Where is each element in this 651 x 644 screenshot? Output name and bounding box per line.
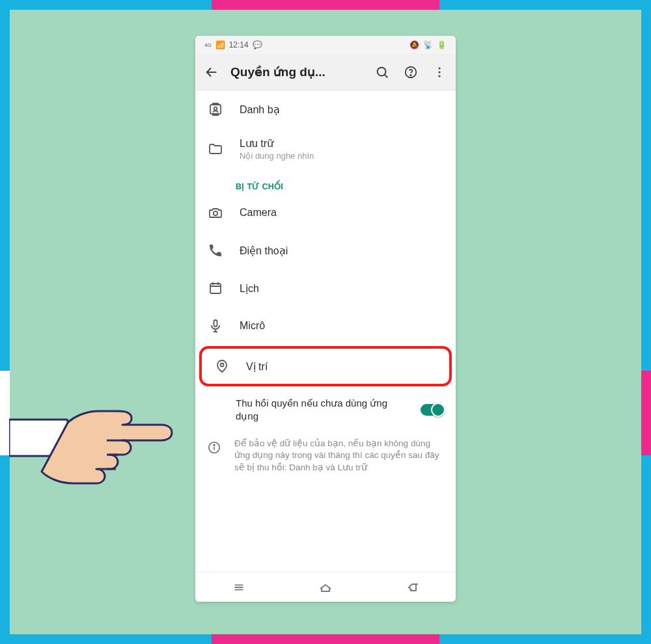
phone-icon [207,242,224,259]
clock: 12:14 [229,40,249,49]
auto-revoke-toggle-row[interactable]: Thu hồi quyền nếu chưa dùng ứng dụng [195,388,456,433]
perm-row-microphone[interactable]: Micrô [195,307,456,345]
battery-icon: 🔋 [437,40,447,49]
denied-header: BỊ TỪ CHỐI [195,170,456,194]
permissions-list[interactable]: Danh bạ Lưu trữ Nội dung nghe nhìn BỊ TỪ… [195,90,456,572]
svg-point-8 [214,211,217,215]
svg-rect-10 [214,320,217,327]
perm-row-camera[interactable]: Camera [195,194,456,232]
messenger-icon: 💬 [253,40,262,49]
svg-point-0 [378,67,386,75]
perm-row-contacts[interactable]: Danh bạ [195,90,456,128]
toggle-switch[interactable] [421,404,444,416]
perm-label: Lịch [240,282,444,295]
frame-accent [0,371,10,455]
network-label: 4G [204,42,212,48]
frame-border [641,0,651,644]
svg-point-5 [438,75,440,77]
perm-label: Vị trí [246,360,437,373]
frame-accent [212,0,439,10]
svg-point-13 [214,444,215,446]
page-title: Quyền ứng dụ... [230,64,363,79]
recents-button[interactable] [229,577,249,598]
perm-label: Lưu trữ [240,137,444,150]
search-button[interactable] [372,62,392,82]
svg-point-4 [438,71,440,73]
back-nav-button[interactable] [402,577,422,598]
phone-frame: 4G 📶 12:14 💬 🔕 📡 🔋 Quyền ứng dụ... [195,36,456,602]
perm-sublabel: Nội dung nghe nhìn [240,151,444,161]
svg-point-7 [214,107,217,111]
svg-rect-9 [210,284,221,293]
perm-label: Camera [240,207,444,219]
perm-row-storage[interactable]: Lưu trữ Nội dung nghe nhìn [195,128,456,170]
perm-label: Micrô [240,320,444,332]
svg-rect-6 [210,105,221,114]
frame-border [0,0,10,644]
perm-row-phone[interactable]: Điện thoại [195,232,456,269]
svg-point-11 [221,364,224,367]
frame-accent [641,371,651,455]
microphone-icon [207,317,224,334]
home-button[interactable] [315,577,336,598]
frame-accent [212,634,439,644]
perm-row-calendar[interactable]: Lịch [195,269,456,307]
footer-note: Để bảo vệ dữ liệu của bạn, nếu bạn không… [195,433,456,484]
system-nav-bar [195,572,456,602]
help-button[interactable] [401,62,421,82]
wifi-icon: 📡 [423,40,433,49]
camera-icon [207,204,224,221]
overflow-button[interactable] [430,62,449,82]
contacts-icon [207,101,224,118]
svg-point-3 [438,67,440,69]
folder-icon [207,141,224,157]
app-bar: Quyền ứng dụ... [195,54,456,90]
calendar-icon [207,280,224,297]
back-button[interactable] [202,62,221,82]
svg-point-2 [410,74,411,75]
signal-icon: 📶 [215,40,225,49]
pointing-hand-illustration [9,394,211,491]
footer-text: Để bảo vệ dữ liệu của bạn, nếu bạn không… [234,438,444,475]
perm-row-location[interactable]: Vị trí [199,346,452,386]
perm-label: Điện thoại [240,245,444,257]
location-icon [214,358,230,375]
toggle-label: Thu hồi quyền nếu chưa dùng ứng dụng [236,397,410,423]
dnd-icon: 🔕 [409,40,419,49]
status-bar: 4G 📶 12:14 💬 🔕 📡 🔋 [195,36,456,54]
perm-label: Danh bạ [240,103,444,116]
